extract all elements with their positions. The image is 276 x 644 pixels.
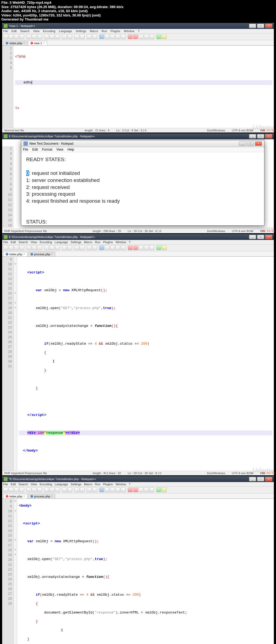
timestamp: 00:05:37 [262,472,275,475]
menu-encoding[interactable]: Encoding [43,29,55,33]
compare-icon[interactable] [156,34,161,39]
menu-format[interactable]: Format [42,148,52,151]
timestamp: 00:02:00 [262,129,275,132]
undo-icon[interactable] [62,34,67,39]
titlebar[interactable]: E:\Documents\xampp\htdocs\Ajax Tutorial\… [2,234,274,240]
saveall-icon[interactable] [19,34,24,39]
menu-search[interactable]: Search [20,29,30,33]
maximize-button[interactable]: □ [257,134,264,138]
indent-icon[interactable] [110,34,115,39]
print-icon[interactable] [37,34,42,39]
minimize-button[interactable]: _ [239,141,246,146]
line-gutter: 12345 [2,46,13,128]
replace-icon[interactable] [80,34,85,39]
tabs: index.php× process.php× [2,493,274,499]
close-icon[interactable] [26,34,31,39]
collapse-icon[interactable] [121,34,126,39]
notepadpp-window-3: E:\Documents\xampp\htdocs\Ajax Tutorial\… [2,234,274,475]
close-button[interactable]: × [265,235,272,239]
fold-gutter[interactable]: ⊟⊟⊟⊟⊟ [13,499,17,644]
play-icon[interactable] [139,34,143,39]
titlebar[interactable]: E:\Documents\xampp\htdocs\Ajax Tutorial\… [2,133,274,139]
menu-view[interactable]: View [33,29,40,33]
menu-macro[interactable]: Macro [90,29,98,33]
wrap-icon[interactable] [99,34,104,39]
file-info: File: 3 WebHD_720p-mp4.mp4 Size: 2752742… [0,0,276,22]
menu-window[interactable]: Window [124,29,134,33]
close-tab-icon[interactable]: × [43,42,45,45]
app-icon [4,24,8,28]
folding-icon[interactable] [115,34,120,39]
editor[interactable]: 9101112131415161718192021222324252627282… [2,257,274,471]
minimize-button[interactable]: _ [249,24,256,28]
redo-icon[interactable] [67,34,72,39]
menu-view[interactable]: View [56,148,63,151]
stop-icon[interactable] [133,34,138,39]
tab-new1[interactable]: new 1× [28,41,47,45]
notepadpp-window-4: *E:\Documents\xampp\htdocs\Ajax Tutorial… [2,476,274,644]
editor[interactable]: 12345 <?php edho ?> [2,46,274,128]
menu-file[interactable]: File [23,148,28,151]
playmany-icon[interactable] [144,34,149,39]
save-icon[interactable] [14,34,19,39]
close-button[interactable]: × [265,477,272,481]
menu-language[interactable]: Language [59,29,72,33]
savemacro-icon[interactable] [149,34,154,39]
code-area[interactable]: <script> var xmlObj = new XMLHttpRequest… [17,257,274,471]
maximize-button[interactable]: □ [257,235,264,239]
zoomout-icon[interactable] [92,34,97,39]
maximize-button[interactable]: □ [257,24,264,28]
unsaved-dot-icon [30,42,33,45]
statusbar: PHP Hypertext Preprocessor file length :… [2,471,274,475]
minimize-button[interactable]: _ [249,235,256,239]
tab-indexphp[interactable]: index.php× [3,41,27,45]
tabs: index.php× new 1× [2,40,274,46]
titlebar[interactable]: *E:\Documents\xampp\htdocs\Ajax Tutorial… [2,476,274,482]
notepad-titlebar[interactable]: New Text Document - Notepad _□× [21,140,264,147]
explorer-icon[interactable] [162,34,167,39]
toolbar [2,245,274,251]
titlebar[interactable]: *new 1 - Notepad++ _ □ × [2,23,274,29]
zoomin-icon[interactable] [87,34,92,39]
open-icon[interactable] [9,34,13,39]
line-gutter-bg: 12345678910111213141516 [2,146,13,228]
maximize-button[interactable]: □ [257,477,264,481]
close-button[interactable]: × [265,24,272,28]
tab-indexphp[interactable]: index.php× [3,494,27,499]
close-tab-icon[interactable]: × [23,42,25,45]
tab-indexphp[interactable]: index.php× [3,252,27,256]
code-area[interactable]: <?php edho ?> [13,46,274,128]
tabs: index.php× process.php× [2,251,274,257]
timestamp: 00:03:44 [262,230,275,233]
menubar: File Edit Search View Encoding Language … [2,29,274,33]
fold-gutter[interactable]: ⊟⊟⊟⊟ [13,257,17,471]
tab-processphp[interactable]: process.php× [28,252,56,256]
find-icon[interactable] [74,34,79,39]
cut-icon[interactable] [44,34,49,39]
tab-processphp[interactable]: process.php× [28,494,56,499]
menu-file[interactable]: File [3,29,8,33]
code-area[interactable]: <body> <script> var xmlObj = new XMLHttp… [17,499,274,644]
menu-run[interactable]: Run [102,29,107,33]
copy-icon[interactable] [50,34,54,39]
line-gutter: 9101112131415161718192021222324252627282… [2,257,13,471]
line-gutter: 8910111213141516171819202122232425262728… [2,499,13,644]
showall-icon[interactable] [105,34,109,39]
menu-edit[interactable]: Edit [12,29,17,33]
notepad-icon [23,141,28,146]
record-icon[interactable] [128,34,133,39]
close-button[interactable]: × [265,134,272,138]
menu-plugins[interactable]: Plugins [111,29,120,33]
closeall-icon[interactable] [32,34,37,39]
maximize-button[interactable]: □ [247,141,254,146]
menu-help[interactable]: Help [67,148,74,151]
paste-icon[interactable] [55,34,60,39]
editor[interactable]: 8910111213141516171819202122232425262728… [2,499,274,644]
menu-settings[interactable]: Settings [75,29,86,33]
minimize-button[interactable]: _ [249,477,256,481]
menu-edit[interactable]: Edit [32,148,38,151]
new-icon[interactable] [3,34,8,39]
close-button[interactable]: × [255,141,262,146]
minimize-button[interactable]: _ [249,134,256,138]
menu-help[interactable]: ? [138,29,139,33]
